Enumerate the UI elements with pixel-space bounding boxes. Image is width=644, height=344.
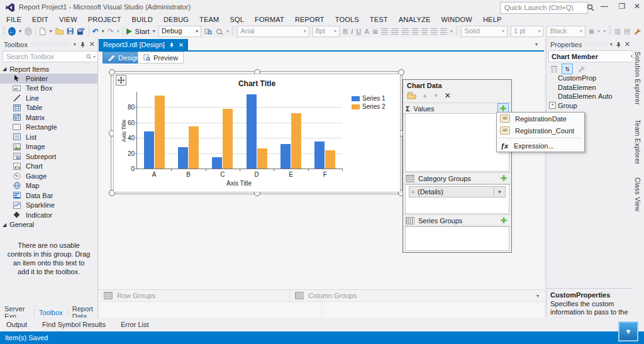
menu-item[interactable]: REPORT (295, 16, 325, 23)
category-groups-list[interactable]: ≡ (Details) ▼ (405, 184, 509, 214)
property-row[interactable]: + DataElemen (549, 83, 631, 92)
notification-icon[interactable]: ▼ (618, 321, 638, 341)
decrease-indent-icon[interactable] (431, 28, 438, 35)
tool-window-tab[interactable]: Error List (121, 321, 149, 328)
toolbar-grip[interactable] (3, 26, 5, 36)
values-list[interactable] (405, 113, 509, 172)
toolbox-item[interactable]: Gauge (0, 171, 97, 181)
field-menu-item[interactable]: ab RegistrationDate (497, 113, 584, 125)
italic-icon[interactable]: I (351, 28, 353, 35)
tab-solution-explorer[interactable]: Solution Explorer (634, 52, 641, 105)
menu-item[interactable]: TOOLS (335, 16, 359, 23)
toolbox-item[interactable]: Chart (0, 162, 97, 172)
close-button[interactable]: ✕ (630, 1, 644, 13)
toolbar-overflow-icon[interactable]: ▾ (226, 28, 229, 34)
tool-window-tab[interactable]: Find Symbol Results (42, 321, 106, 328)
bold-icon[interactable]: B (343, 28, 348, 35)
save-icon[interactable] (67, 27, 74, 35)
menu-item[interactable]: VIEW (59, 16, 77, 23)
property-row[interactable]: + Group (549, 101, 631, 111)
border-toolbar-overflow-icon[interactable]: ▾ (603, 28, 606, 34)
toolbox-section-report-items[interactable]: ◢ Report Items (0, 64, 97, 74)
background-color-icon[interactable]: ▦ (372, 28, 378, 35)
toolbox-item[interactable]: Line (0, 93, 97, 103)
menu-item[interactable]: TEAM (199, 16, 219, 23)
align-left-icon[interactable] (381, 28, 388, 35)
properties-close-icon[interactable]: ✕ (625, 40, 630, 48)
undo-icon[interactable]: ↶ (92, 27, 99, 36)
dataset-icon[interactable] (407, 92, 416, 99)
toolbox-section-general[interactable]: ◢ General (0, 220, 97, 230)
tab-pin-icon[interactable] (169, 42, 174, 48)
toolbox-item[interactable]: List (0, 132, 97, 142)
tab-preview[interactable]: Preview (138, 52, 184, 64)
details-group-combo[interactable]: ≡ (Details) ▼ (409, 186, 506, 197)
toolbox-item[interactable]: Map (0, 181, 97, 191)
toolbox-item[interactable]: ab Text Box (0, 84, 97, 94)
increase-indent-icon[interactable] (440, 28, 447, 35)
borders-icon[interactable]: ▣ (589, 28, 594, 35)
menu-item[interactable]: HELP (483, 16, 502, 23)
search-icon[interactable] (587, 4, 594, 11)
menu-item[interactable]: BUILD (132, 16, 153, 23)
numbered-list-icon[interactable] (412, 28, 418, 35)
properties-wrench-icon[interactable] (634, 28, 641, 35)
property-row[interactable]: + DataElemen Auto (549, 92, 631, 101)
report-boundaries-icon[interactable]: ▥ (614, 27, 621, 35)
field-menu-item[interactable]: ab Registration_Count (497, 125, 584, 136)
new-file-icon[interactable] (39, 27, 46, 36)
expression-menu-item[interactable]: ƒx Expression... (497, 140, 584, 152)
toolbox-item[interactable]: Table (0, 103, 97, 113)
document-tab[interactable]: Report3.rdl [Design] ✕ (99, 39, 188, 50)
move-handle[interactable] (116, 75, 126, 86)
font-size-combo[interactable]: 8pt▾ (313, 26, 340, 37)
menu-item[interactable]: SQL (230, 16, 244, 23)
tab-class-view[interactable]: Class View (634, 177, 641, 212)
bullet-list-icon[interactable] (421, 28, 428, 35)
categorized-icon[interactable] (549, 64, 559, 74)
series-groups-list[interactable] (405, 226, 509, 251)
menu-item[interactable]: DEBUG (164, 16, 189, 23)
chart-report-item[interactable]: Chart Title Axis Title Axis Title 020406… (113, 74, 401, 192)
alphabetical-icon[interactable]: ⇅ (562, 64, 573, 74)
toolbox-item[interactable]: Matrix (0, 113, 97, 123)
toolbox-item[interactable]: Subreport (0, 152, 97, 162)
start-debug-icon[interactable] (126, 28, 132, 35)
toolbox-item[interactable]: Sparkline (0, 201, 97, 211)
redo-dropdown[interactable]: ▾ (117, 28, 119, 34)
tab-team-explorer[interactable]: Team Explorer (634, 119, 641, 165)
property-row[interactable]: + CustomProp (549, 74, 631, 83)
details-dropdown-button[interactable]: ▼ (494, 187, 505, 196)
dock-tab[interactable]: Toolbox (35, 309, 68, 316)
menu-item[interactable]: WINDOW (441, 16, 472, 23)
undo-dropdown[interactable]: ▾ (102, 28, 104, 34)
properties-pin-icon[interactable] (616, 42, 621, 48)
underline-icon[interactable]: U (356, 28, 361, 35)
tool-window-tab[interactable]: Output (6, 321, 27, 328)
font-name-combo[interactable]: Arial▾ (237, 26, 309, 37)
align-right-icon[interactable] (402, 28, 409, 35)
font-color-icon[interactable]: A (364, 28, 369, 35)
toolbox-close-icon[interactable]: ✕ (89, 40, 95, 48)
move-up-icon[interactable]: ▲ (422, 92, 428, 99)
properties-menu-icon[interactable]: ▾ (610, 42, 613, 47)
tab-strip-dropdown-icon[interactable]: ▾ (535, 42, 538, 47)
navigate-forward-icon[interactable]: → (25, 27, 32, 36)
border-width-combo[interactable]: 1 pt▾ (511, 26, 543, 37)
menu-item[interactable]: FILE (6, 16, 21, 23)
start-button[interactable]: Start (135, 28, 150, 35)
toolbox-menu-icon[interactable]: ▾ (74, 42, 76, 47)
menu-item[interactable]: TEST (370, 16, 388, 23)
move-down-icon[interactable]: ▼ (433, 92, 439, 99)
toolbox-item[interactable]: Indicator (0, 210, 97, 220)
find-in-files-icon[interactable] (204, 28, 212, 35)
quick-launch-input[interactable]: Quick Launch (Ctrl+Q) (500, 2, 588, 14)
align-center-icon[interactable] (391, 28, 398, 35)
navigate-back-dropdown[interactable]: ▾ (19, 28, 21, 34)
add-category-group-button[interactable]: ✚ (499, 174, 509, 183)
toolbox-item[interactable]: Rectangle (0, 123, 97, 133)
borders-dropdown[interactable]: ▾ (597, 28, 600, 34)
toolbox-item[interactable]: Image (0, 142, 97, 152)
toolbox-item[interactable]: Data Bar (0, 191, 97, 201)
toolbox-search-icon[interactable] (86, 53, 92, 60)
